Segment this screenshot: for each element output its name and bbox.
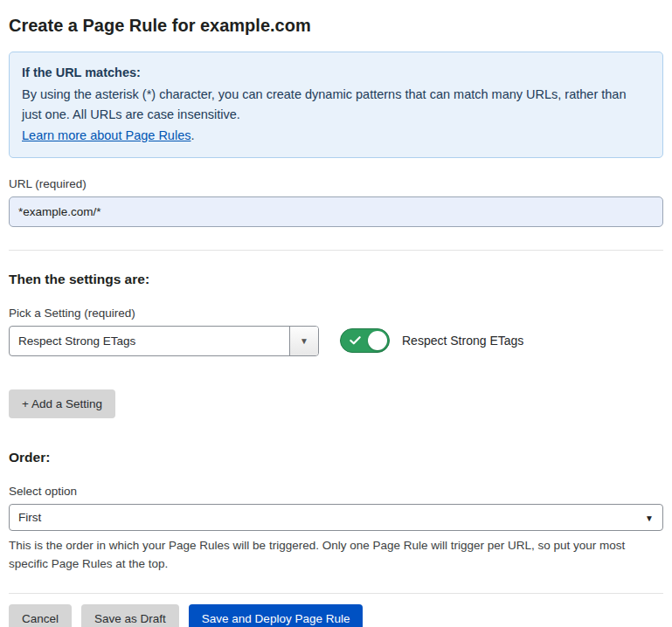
toggle-knob: [368, 331, 387, 350]
divider-after-url: [9, 250, 663, 251]
setting-select-arrow-button[interactable]: ▼: [289, 327, 318, 355]
learn-more-link[interactable]: Learn more about Page Rules: [22, 128, 191, 142]
add-setting-button[interactable]: + Add a Setting: [9, 389, 115, 418]
setting-row: Respect Strong ETags ▼ Respect Strong ET…: [9, 326, 663, 356]
link-suffix: .: [191, 128, 194, 142]
setting-select-value: Respect Strong ETags: [10, 327, 289, 355]
chevron-down-icon: ▼: [300, 336, 308, 346]
setting-select[interactable]: Respect Strong ETags ▼: [9, 326, 319, 356]
etags-toggle[interactable]: [340, 328, 390, 353]
pick-setting-label: Pick a Setting (required): [9, 307, 663, 320]
settings-heading: Then the settings are:: [9, 272, 663, 287]
info-box-text: By using the asterisk (*) character, you…: [22, 87, 627, 121]
page-title: Create a Page Rule for example.com: [9, 16, 663, 36]
etags-toggle-group: Respect Strong ETags: [340, 328, 523, 353]
info-box-link-row: Learn more about Page Rules.: [22, 126, 650, 146]
order-select-label: Select option: [9, 485, 663, 498]
save-deploy-button[interactable]: Save and Deploy Page Rule: [189, 604, 364, 627]
chevron-down-icon: ▼: [645, 513, 654, 523]
cancel-button[interactable]: Cancel: [9, 604, 72, 627]
url-match-info-box: If the URL matches: By using the asteris…: [9, 52, 663, 158]
order-select-value: First: [18, 511, 41, 524]
toggle-label: Respect Strong ETags: [402, 334, 523, 348]
order-select[interactable]: First ▼: [9, 504, 663, 531]
info-box-body: By using the asterisk (*) character, you…: [22, 85, 634, 125]
url-field-label: URL (required): [9, 177, 663, 190]
page-rule-form: Create a Page Rule for example.com If th…: [0, 0, 672, 627]
form-footer: Cancel Save as Draft Save and Deploy Pag…: [9, 594, 663, 627]
save-draft-button[interactable]: Save as Draft: [81, 604, 179, 627]
order-heading: Order:: [9, 450, 663, 465]
order-help-text: This is the order in which your Page Rul…: [9, 537, 660, 574]
check-icon: [349, 334, 362, 347]
url-input[interactable]: [9, 196, 663, 227]
info-box-heading: If the URL matches:: [22, 63, 650, 83]
